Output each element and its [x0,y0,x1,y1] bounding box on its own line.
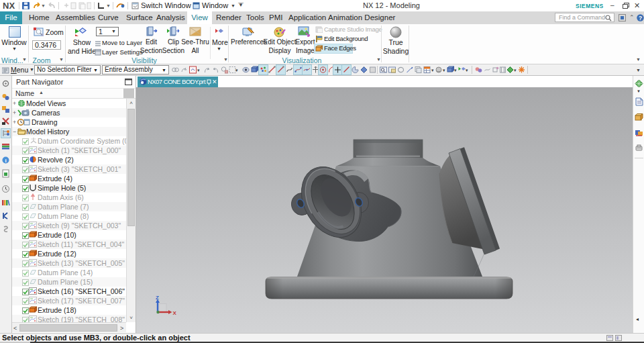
svg-text:X: X [173,310,177,316]
svg-text:Z: Z [156,295,159,301]
svg-text:?: ? [639,15,642,21]
svg-text:i: i [5,158,6,164]
